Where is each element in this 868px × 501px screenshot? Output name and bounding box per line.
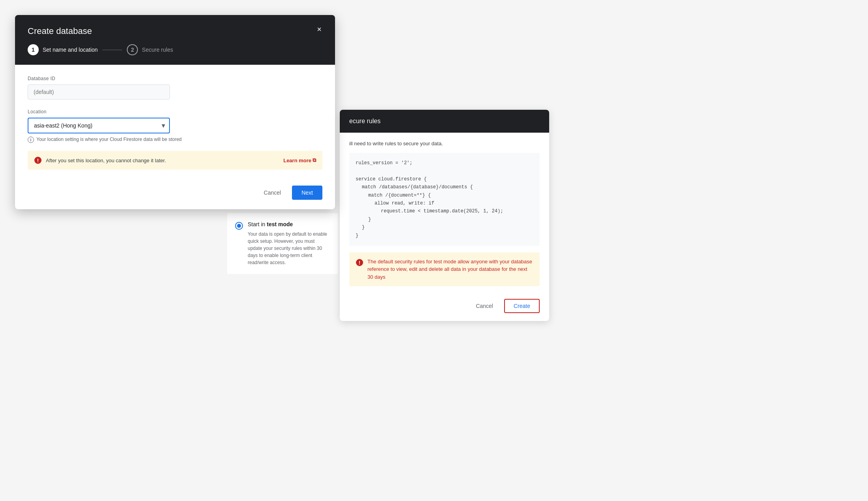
- create-database-dialog: Create database × 1 Set name and locatio…: [15, 15, 335, 209]
- warning-text: After you set this location, you cannot …: [46, 158, 166, 163]
- code-block: rules_version = '2'; service cloud.fires…: [349, 153, 540, 246]
- code-line-6: allow read, write: if: [356, 199, 533, 207]
- next-button[interactable]: Next: [292, 186, 322, 200]
- location-warning-banner: ! After you set this location, you canno…: [28, 151, 322, 170]
- step-1: 1 Set name and location: [28, 44, 98, 55]
- database-id-input[interactable]: [28, 84, 170, 99]
- test-mode-bold: test mode: [267, 221, 293, 227]
- location-section: Location asia-east2 (Hong Kong) us-centr…: [28, 109, 322, 143]
- test-mode-row: Start in test mode Your data is open by …: [235, 221, 330, 266]
- secure-description: ill need to write rules to secure your d…: [349, 141, 540, 146]
- location-hint-text: Your location setting is where your Clou…: [36, 137, 182, 142]
- test-mode-description: Your data is open by default to enable q…: [248, 231, 330, 266]
- close-button[interactable]: ×: [313, 23, 326, 36]
- step-1-circle: 1: [28, 44, 39, 55]
- step-connector: [102, 50, 122, 50]
- test-mode-label: Start in test mode: [248, 221, 330, 227]
- code-line-1: rules_version = '2';: [356, 159, 533, 167]
- dialog-title: Create database: [28, 26, 322, 36]
- step-2-circle: 2: [127, 44, 138, 55]
- location-label: Location: [28, 109, 322, 114]
- secure-rules-footer: Cancel Create: [340, 294, 549, 321]
- location-select[interactable]: asia-east2 (Hong Kong) us-central1 (Iowa…: [28, 118, 170, 133]
- warning-icon: !: [34, 156, 42, 164]
- secure-rules-dialog: ecure rules ill need to write rules to s…: [340, 110, 549, 321]
- step-1-label: Set name and location: [43, 47, 98, 53]
- dialog-body: Database ID Location asia-east2 (Hong Ko…: [15, 65, 335, 179]
- info-icon: i: [28, 137, 34, 143]
- location-select-wrapper: asia-east2 (Hong Kong) us-central1 (Iowa…: [28, 118, 170, 133]
- test-mode-radio[interactable]: [235, 222, 243, 230]
- secure-rules-header: ecure rules: [340, 110, 549, 133]
- location-hint: i Your location setting is where your Cl…: [28, 137, 322, 143]
- security-warning-banner: ! The default security rules for test mo…: [349, 252, 540, 287]
- learn-more-link[interactable]: Learn more ⧉: [283, 157, 316, 163]
- code-line-9: }: [356, 223, 533, 231]
- secure-rules-body: ill need to write rules to secure your d…: [340, 133, 549, 294]
- external-link-icon: ⧉: [313, 157, 316, 163]
- test-mode-section: Start in test mode Your data is open by …: [227, 213, 338, 274]
- svg-text:!: !: [37, 158, 39, 163]
- svg-text:!: !: [359, 260, 360, 266]
- security-warning-icon: !: [356, 259, 363, 266]
- radio-inner: [237, 224, 241, 228]
- code-line-8: }: [356, 216, 533, 223]
- cancel-button[interactable]: Cancel: [258, 186, 288, 200]
- code-line-5: match /{document=**} {: [356, 191, 533, 199]
- dialog-footer: Cancel Next: [15, 179, 335, 209]
- code-line-2: [356, 167, 533, 175]
- secure-cancel-button[interactable]: Cancel: [469, 299, 499, 313]
- dialog-header: Create database × 1 Set name and locatio…: [15, 15, 335, 65]
- step-2: 2 Secure rules: [127, 44, 173, 55]
- stepper: 1 Set name and location 2 Secure rules: [28, 44, 322, 55]
- code-line-7: request.time < timestamp.date(2025, 1, 2…: [356, 207, 533, 215]
- warning-left: ! After you set this location, you canno…: [34, 156, 166, 164]
- code-line-4: match /databases/{database}/documents {: [356, 183, 533, 191]
- test-mode-content: Start in test mode Your data is open by …: [248, 221, 330, 266]
- learn-more-label: Learn more: [283, 158, 311, 163]
- create-button[interactable]: Create: [504, 299, 540, 313]
- security-warning-text: The default security rules for test mode…: [367, 258, 533, 281]
- code-line-3: service cloud.firestore {: [356, 175, 533, 183]
- secure-rules-title: ecure rules: [349, 118, 540, 125]
- database-id-label: Database ID: [28, 76, 322, 81]
- code-line-10: }: [356, 232, 533, 240]
- step-2-label: Secure rules: [142, 47, 173, 53]
- test-mode-prefix: Start in: [248, 221, 267, 227]
